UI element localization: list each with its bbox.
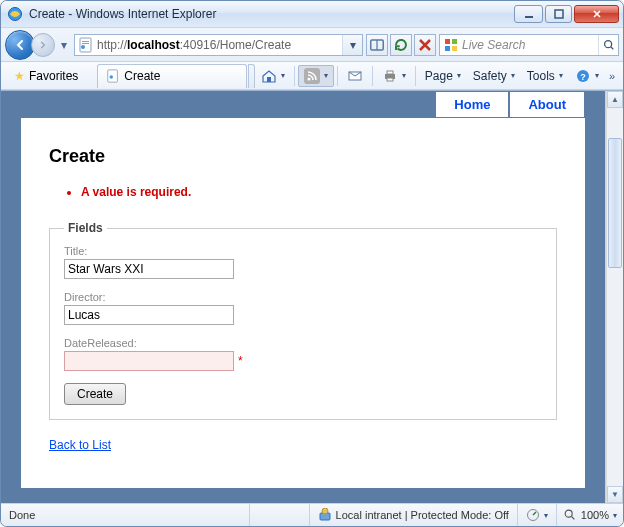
svg-rect-11 <box>452 46 457 51</box>
maximize-button[interactable] <box>545 5 572 23</box>
fieldset-legend: Fields <box>64 221 107 235</box>
required-star: * <box>238 354 243 368</box>
tools-menu[interactable]: Tools▾ <box>521 65 569 87</box>
create-button[interactable]: Create <box>64 383 126 405</box>
svg-rect-10 <box>445 46 450 51</box>
site-nav: Home About <box>21 91 585 118</box>
page-heading: Create <box>49 146 557 167</box>
svg-point-25 <box>322 508 328 514</box>
title-bar: Create - Windows Internet Explorer <box>1 1 623 28</box>
validation-msg: A value is required. <box>81 185 557 199</box>
read-mail-button[interactable] <box>341 65 369 87</box>
director-input[interactable] <box>64 305 234 325</box>
scroll-thumb[interactable] <box>608 138 622 268</box>
svg-rect-20 <box>387 71 393 74</box>
window-title: Create - Windows Internet Explorer <box>29 7 514 21</box>
browser-tab[interactable]: Create <box>97 64 247 88</box>
web-page: Home About Create A value is required. F… <box>1 91 605 503</box>
home-button[interactable]: ▾ <box>255 65 291 87</box>
help-button[interactable]: ?▾ <box>569 65 605 87</box>
window-controls <box>514 5 619 23</box>
title-input[interactable] <box>64 259 234 279</box>
search-placeholder: Live Search <box>462 38 598 52</box>
content-area: Home About Create A value is required. F… <box>1 90 623 503</box>
url-text: http://localhost:40916/Home/Create <box>97 38 342 52</box>
page-card: Create A value is required. Fields Title… <box>21 118 585 488</box>
compat-view-button[interactable] <box>366 34 388 56</box>
director-label: Director: <box>64 291 542 303</box>
feeds-button[interactable]: ▾ <box>298 65 334 87</box>
title-label: Title: <box>64 245 542 257</box>
status-text: Done <box>1 504 250 526</box>
refresh-button[interactable] <box>390 34 412 56</box>
svg-point-27 <box>565 510 572 517</box>
status-gauge[interactable]: ▾ <box>518 504 557 526</box>
stop-button[interactable] <box>414 34 436 56</box>
zoom-value: 100% <box>581 509 609 521</box>
search-button[interactable] <box>598 35 618 55</box>
svg-text:?: ? <box>580 72 586 82</box>
nav-buttons: ▾ <box>5 30 70 60</box>
favorites-label: Favorites <box>29 69 78 83</box>
field-date-released: DateReleased: * <box>64 337 542 371</box>
svg-rect-2 <box>555 10 563 18</box>
svg-rect-5 <box>82 43 89 44</box>
svg-point-14 <box>110 75 114 79</box>
search-provider-icon <box>443 37 459 53</box>
field-director: Director: <box>64 291 542 325</box>
nav-home-link[interactable]: Home <box>435 91 509 118</box>
status-blank-1 <box>250 504 310 526</box>
svg-point-17 <box>307 77 310 80</box>
svg-rect-1 <box>525 16 533 18</box>
ie-icon <box>7 6 23 22</box>
favorites-bar: ★ Favorites Create ▾ ▾ ▾ <box>1 62 623 90</box>
address-dropdown[interactable]: ▾ <box>342 35 362 55</box>
svg-rect-9 <box>452 39 457 44</box>
back-to-list-link[interactable]: Back to List <box>49 438 111 452</box>
tab-label: Create <box>124 69 160 83</box>
fields-fieldset: Fields Title: Director: DateReleased: * <box>49 221 557 420</box>
svg-rect-3 <box>80 38 91 52</box>
zone-icon <box>318 508 332 522</box>
addr-action-buttons <box>366 34 436 56</box>
favorites-button[interactable]: ★ Favorites <box>5 66 87 86</box>
safety-menu[interactable]: Safety▾ <box>467 65 521 87</box>
zoom-control[interactable]: 100% ▾ <box>557 508 623 522</box>
close-button[interactable] <box>574 5 619 23</box>
nav-history-dropdown[interactable]: ▾ <box>57 35 70 55</box>
page-menu[interactable]: Page▾ <box>419 65 467 87</box>
svg-rect-8 <box>445 39 450 44</box>
ie-window: Create - Windows Internet Explorer ▾ htt… <box>0 0 624 527</box>
svg-point-12 <box>604 40 611 47</box>
date-label: DateReleased: <box>64 337 542 349</box>
vertical-scrollbar[interactable]: ▲ ▼ <box>606 91 623 503</box>
date-input[interactable] <box>64 351 234 371</box>
scroll-down-button[interactable]: ▼ <box>607 486 623 503</box>
navigation-bar: ▾ http://localhost:40916/Home/Create ▾ <box>1 28 623 62</box>
svg-point-6 <box>81 45 85 49</box>
security-zone[interactable]: Local intranet | Protected Mode: Off <box>310 504 518 526</box>
print-button[interactable]: ▾ <box>376 65 412 87</box>
forward-button[interactable] <box>31 33 55 57</box>
field-title: Title: <box>64 245 542 279</box>
viewport: Home About Create A value is required. F… <box>1 91 606 503</box>
star-icon: ★ <box>14 69 25 83</box>
svg-rect-21 <box>387 78 393 81</box>
status-bar: Done Local intranet | Protected Mode: Of… <box>1 503 623 526</box>
page-icon <box>78 37 94 53</box>
minimize-button[interactable] <box>514 5 543 23</box>
nav-about-link[interactable]: About <box>509 91 585 118</box>
scroll-up-button[interactable]: ▲ <box>607 91 623 108</box>
svg-rect-15 <box>267 77 271 82</box>
validation-summary: A value is required. <box>49 185 557 199</box>
address-bar[interactable]: http://localhost:40916/Home/Create ▾ <box>74 34 363 56</box>
search-box[interactable]: Live Search <box>439 34 619 56</box>
tab-page-icon <box>106 69 120 83</box>
svg-rect-4 <box>82 41 89 42</box>
command-bar: ▾ ▾ ▾ Page▾ Safety▾ Tools▾ ?▾ » <box>255 65 619 87</box>
overflow-chevron[interactable]: » <box>605 70 619 82</box>
scroll-track[interactable] <box>607 108 623 486</box>
